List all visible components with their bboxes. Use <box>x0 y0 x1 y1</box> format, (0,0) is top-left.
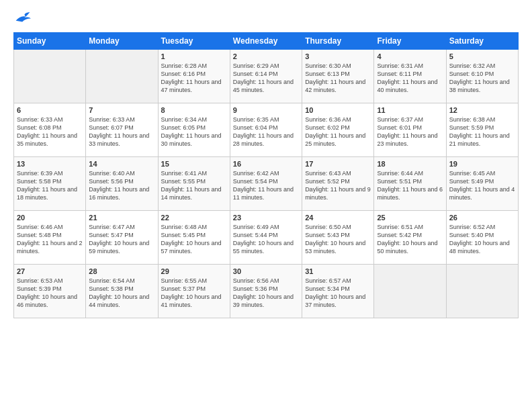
day-number: 28 <box>89 267 154 275</box>
day-info: Sunrise: 6:44 AM Sunset: 5:51 PM Dayligh… <box>377 169 443 202</box>
calendar-cell: 16Sunrise: 6:42 AM Sunset: 5:54 PM Dayli… <box>230 157 302 211</box>
day-info: Sunrise: 6:51 AM Sunset: 5:42 PM Dayligh… <box>377 223 443 256</box>
calendar-cell: 31Sunrise: 6:57 AM Sunset: 5:34 PM Dayli… <box>302 265 374 318</box>
day-info: Sunrise: 6:28 AM Sunset: 6:16 PM Dayligh… <box>161 62 227 95</box>
calendar-cell <box>86 50 158 103</box>
day-number: 23 <box>233 214 299 222</box>
day-number: 22 <box>161 214 227 222</box>
day-info: Sunrise: 6:49 AM Sunset: 5:44 PM Dayligh… <box>233 223 299 256</box>
day-info: Sunrise: 6:53 AM Sunset: 5:39 PM Dayligh… <box>17 277 83 310</box>
day-number: 24 <box>305 214 371 222</box>
day-info: Sunrise: 6:57 AM Sunset: 5:34 PM Dayligh… <box>305 277 371 310</box>
day-number: 18 <box>377 160 443 168</box>
day-number: 17 <box>305 160 371 168</box>
calendar-cell: 11Sunrise: 6:37 AM Sunset: 6:01 PM Dayli… <box>374 103 446 157</box>
day-info: Sunrise: 6:45 AM Sunset: 5:49 PM Dayligh… <box>449 169 515 202</box>
calendar-cell: 22Sunrise: 6:48 AM Sunset: 5:45 PM Dayli… <box>158 211 230 265</box>
day-number: 16 <box>233 160 299 168</box>
calendar-cell <box>374 265 446 318</box>
calendar-cell: 9Sunrise: 6:35 AM Sunset: 6:04 PM Daylig… <box>230 103 302 157</box>
day-number: 6 <box>17 106 83 114</box>
calendar-cell: 27Sunrise: 6:53 AM Sunset: 5:39 PM Dayli… <box>14 265 86 318</box>
calendar-cell: 1Sunrise: 6:28 AM Sunset: 6:16 PM Daylig… <box>158 50 230 103</box>
logo-bird-icon <box>15 11 31 24</box>
day-number: 11 <box>377 106 443 114</box>
day-number: 12 <box>449 106 515 114</box>
day-info: Sunrise: 6:40 AM Sunset: 5:56 PM Dayligh… <box>89 169 154 202</box>
calendar-cell: 2Sunrise: 6:29 AM Sunset: 6:14 PM Daylig… <box>230 50 302 103</box>
day-number: 4 <box>377 52 443 60</box>
calendar-cell: 8Sunrise: 6:34 AM Sunset: 6:05 PM Daylig… <box>158 103 230 157</box>
page: SundayMondayTuesdayWednesdayThursdayFrid… <box>0 0 532 411</box>
day-number: 19 <box>449 160 515 168</box>
day-info: Sunrise: 6:33 AM Sunset: 6:08 PM Dayligh… <box>17 116 83 148</box>
calendar-cell: 24Sunrise: 6:50 AM Sunset: 5:43 PM Dayli… <box>302 211 374 265</box>
calendar-cell: 20Sunrise: 6:46 AM Sunset: 5:48 PM Dayli… <box>14 211 86 265</box>
calendar-cell: 7Sunrise: 6:33 AM Sunset: 6:07 PM Daylig… <box>86 103 158 157</box>
day-info: Sunrise: 6:46 AM Sunset: 5:48 PM Dayligh… <box>17 223 83 256</box>
day-info: Sunrise: 6:37 AM Sunset: 6:01 PM Dayligh… <box>377 116 443 148</box>
calendar-cell: 5Sunrise: 6:32 AM Sunset: 6:10 PM Daylig… <box>446 50 518 103</box>
day-number: 13 <box>17 160 83 168</box>
day-info: Sunrise: 6:36 AM Sunset: 6:02 PM Dayligh… <box>305 116 371 148</box>
day-info: Sunrise: 6:35 AM Sunset: 6:04 PM Dayligh… <box>233 116 299 148</box>
weekday-header: Wednesday <box>230 33 302 50</box>
calendar-cell: 10Sunrise: 6:36 AM Sunset: 6:02 PM Dayli… <box>302 103 374 157</box>
calendar-cell: 17Sunrise: 6:43 AM Sunset: 5:52 PM Dayli… <box>302 157 374 211</box>
day-number: 9 <box>233 106 299 114</box>
calendar-cell: 26Sunrise: 6:52 AM Sunset: 5:40 PM Dayli… <box>446 211 518 265</box>
day-number: 30 <box>233 267 299 275</box>
day-number: 15 <box>161 160 227 168</box>
day-info: Sunrise: 6:52 AM Sunset: 5:40 PM Dayligh… <box>449 223 515 256</box>
day-info: Sunrise: 6:38 AM Sunset: 5:59 PM Dayligh… <box>449 116 515 148</box>
day-info: Sunrise: 6:39 AM Sunset: 5:58 PM Dayligh… <box>17 169 83 202</box>
day-info: Sunrise: 6:48 AM Sunset: 5:45 PM Dayligh… <box>161 223 227 256</box>
weekday-header: Sunday <box>14 33 86 50</box>
calendar-cell: 23Sunrise: 6:49 AM Sunset: 5:44 PM Dayli… <box>230 211 302 265</box>
day-number: 3 <box>305 52 371 60</box>
weekday-header: Thursday <box>302 33 374 50</box>
day-info: Sunrise: 6:54 AM Sunset: 5:38 PM Dayligh… <box>89 277 154 310</box>
weekday-header: Friday <box>374 33 446 50</box>
logo <box>13 11 31 26</box>
day-number: 2 <box>233 52 299 60</box>
day-number: 27 <box>17 267 83 275</box>
day-info: Sunrise: 6:32 AM Sunset: 6:10 PM Dayligh… <box>449 62 515 95</box>
calendar-cell: 30Sunrise: 6:56 AM Sunset: 5:36 PM Dayli… <box>230 265 302 318</box>
calendar-cell: 19Sunrise: 6:45 AM Sunset: 5:49 PM Dayli… <box>446 157 518 211</box>
calendar-cell: 21Sunrise: 6:47 AM Sunset: 5:47 PM Dayli… <box>86 211 158 265</box>
day-info: Sunrise: 6:42 AM Sunset: 5:54 PM Dayligh… <box>233 169 299 202</box>
day-info: Sunrise: 6:34 AM Sunset: 6:05 PM Dayligh… <box>161 116 227 148</box>
day-info: Sunrise: 6:29 AM Sunset: 6:14 PM Dayligh… <box>233 62 299 95</box>
calendar-table: SundayMondayTuesdayWednesdayThursdayFrid… <box>13 32 519 318</box>
day-number: 7 <box>89 106 154 114</box>
day-info: Sunrise: 6:30 AM Sunset: 6:13 PM Dayligh… <box>305 62 371 95</box>
day-info: Sunrise: 6:56 AM Sunset: 5:36 PM Dayligh… <box>233 277 299 310</box>
day-info: Sunrise: 6:31 AM Sunset: 6:11 PM Dayligh… <box>377 62 443 95</box>
day-number: 10 <box>305 106 371 114</box>
day-number: 8 <box>161 106 227 114</box>
calendar-cell: 25Sunrise: 6:51 AM Sunset: 5:42 PM Dayli… <box>374 211 446 265</box>
day-number: 20 <box>17 214 83 222</box>
day-number: 25 <box>377 214 443 222</box>
day-number: 21 <box>89 214 154 222</box>
day-info: Sunrise: 6:41 AM Sunset: 5:55 PM Dayligh… <box>161 169 227 202</box>
calendar-cell: 14Sunrise: 6:40 AM Sunset: 5:56 PM Dayli… <box>86 157 158 211</box>
calendar-cell: 3Sunrise: 6:30 AM Sunset: 6:13 PM Daylig… <box>302 50 374 103</box>
calendar-cell: 15Sunrise: 6:41 AM Sunset: 5:55 PM Dayli… <box>158 157 230 211</box>
calendar-cell: 13Sunrise: 6:39 AM Sunset: 5:58 PM Dayli… <box>14 157 86 211</box>
weekday-header: Monday <box>86 33 158 50</box>
weekday-header: Tuesday <box>158 33 230 50</box>
day-number: 5 <box>449 52 515 60</box>
calendar-cell <box>14 50 86 103</box>
calendar-cell: 18Sunrise: 6:44 AM Sunset: 5:51 PM Dayli… <box>374 157 446 211</box>
day-info: Sunrise: 6:55 AM Sunset: 5:37 PM Dayligh… <box>161 277 227 310</box>
day-number: 1 <box>161 52 227 60</box>
day-info: Sunrise: 6:43 AM Sunset: 5:52 PM Dayligh… <box>305 169 371 202</box>
header <box>13 11 519 26</box>
weekday-header: Saturday <box>446 33 518 50</box>
day-number: 29 <box>161 267 227 275</box>
day-info: Sunrise: 6:33 AM Sunset: 6:07 PM Dayligh… <box>89 116 154 148</box>
day-info: Sunrise: 6:47 AM Sunset: 5:47 PM Dayligh… <box>89 223 154 256</box>
calendar-cell: 12Sunrise: 6:38 AM Sunset: 5:59 PM Dayli… <box>446 103 518 157</box>
